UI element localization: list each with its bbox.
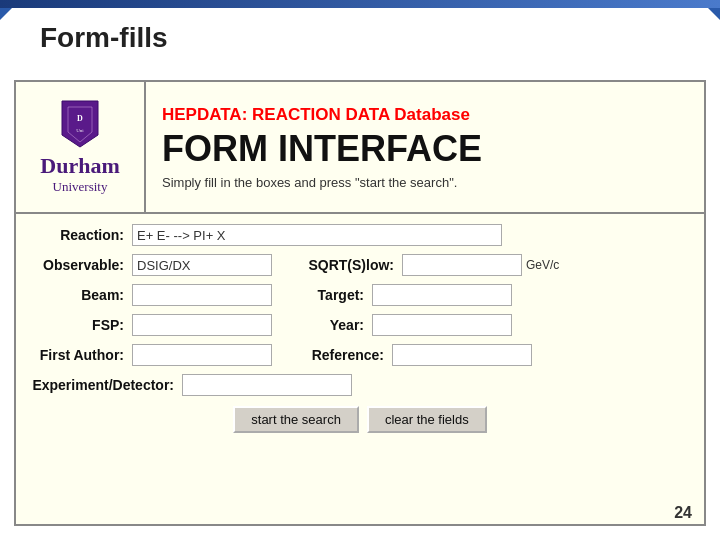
durham-shield-icon: D Uni — [60, 99, 100, 149]
logo-durham-text: Durham — [40, 153, 119, 179]
slide-title: Form-fills — [40, 22, 168, 54]
year-group: Year: — [292, 314, 512, 336]
reaction-row: Reaction: — [32, 224, 688, 246]
reaction-input[interactable] — [132, 224, 502, 246]
header-section: D Uni Durham University HEPDATA: REACTIO… — [16, 82, 704, 214]
clear-fields-button[interactable]: clear the fields — [367, 406, 487, 433]
logo-inner: D Uni Durham University — [40, 99, 119, 195]
observable-label: Observable: — [32, 257, 132, 273]
expdet-row: Experiment/Detector: — [32, 374, 688, 396]
top-accent-bar — [0, 0, 720, 8]
title-box: HEPDATA: REACTION DATA Database FORM INT… — [146, 82, 704, 212]
target-group: Target: — [292, 284, 512, 306]
fsp-year-row: FSP: Year: — [32, 314, 688, 336]
reaction-label: Reaction: — [32, 227, 132, 243]
sqrt-unit: GeV/c — [526, 258, 559, 272]
beam-label: Beam: — [32, 287, 132, 303]
expdet-input[interactable] — [182, 374, 352, 396]
beam-input[interactable] — [132, 284, 272, 306]
sqrt-label: SQRT(S)low: — [292, 257, 402, 273]
firstauthor-input[interactable] — [132, 344, 272, 366]
fsp-label: FSP: — [32, 317, 132, 333]
reference-input[interactable] — [392, 344, 532, 366]
logo-box: D Uni Durham University — [16, 82, 146, 212]
subtitle-text: Simply fill in the boxes and press "star… — [162, 175, 688, 190]
sqrt-input[interactable] — [402, 254, 522, 276]
year-label: Year: — [292, 317, 372, 333]
reference-label: Reference: — [292, 347, 392, 363]
target-label: Target: — [292, 287, 372, 303]
svg-text:D: D — [77, 114, 83, 123]
form-interface-title: FORM INTERFACE — [162, 131, 688, 167]
content-area: D Uni Durham University HEPDATA: REACTIO… — [14, 80, 706, 526]
start-search-button[interactable]: start the search — [233, 406, 359, 433]
observable-sqrt-row: Observable: SQRT(S)low: GeV/c — [32, 254, 688, 276]
firstauthor-reference-row: First Author: Reference: — [32, 344, 688, 366]
fsp-input[interactable] — [132, 314, 272, 336]
beam-target-row: Beam: Target: — [32, 284, 688, 306]
year-input[interactable] — [372, 314, 512, 336]
svg-text:Uni: Uni — [76, 128, 84, 133]
reference-group: Reference: — [292, 344, 532, 366]
form-area: Reaction: Observable: SQRT(S)low: GeV/c … — [16, 214, 704, 443]
logo-university-text: University — [53, 179, 108, 195]
hepdata-title: HEPDATA: REACTION DATA Database — [162, 105, 688, 125]
expdet-label: Experiment/Detector: — [32, 377, 182, 393]
observable-input[interactable] — [132, 254, 272, 276]
slide-number: 24 — [674, 504, 692, 522]
firstauthor-label: First Author: — [32, 347, 132, 363]
sqrt-group: SQRT(S)low: GeV/c — [292, 254, 559, 276]
target-input[interactable] — [372, 284, 512, 306]
slide: Form-fills D Uni Durham University H — [0, 0, 720, 540]
buttons-row: start the search clear the fields — [32, 406, 688, 433]
